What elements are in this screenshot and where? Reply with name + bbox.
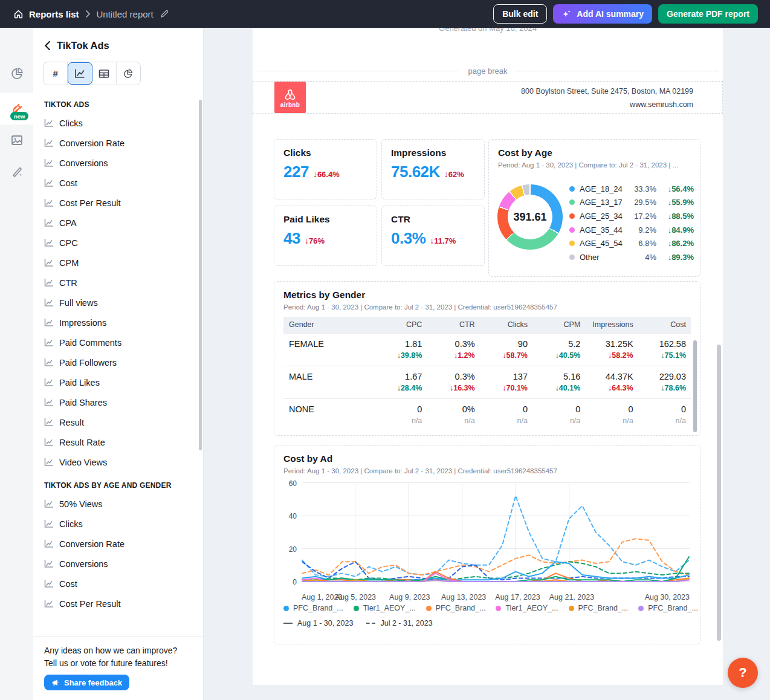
age-legend-pct: 33.3%: [627, 184, 656, 193]
sidebar-item-cost[interactable]: Cost: [44, 574, 193, 594]
line-chart-icon: [44, 398, 54, 407]
sidebar-item-conversions[interactable]: Conversions: [44, 153, 193, 173]
share-feedback-button[interactable]: Share feedback: [44, 675, 129, 690]
magic-wand-icon: [10, 164, 24, 179]
brand-header-widget[interactable]: airbnb 800 Boylston Street, Suite 2475, …: [253, 81, 723, 114]
column-header: CTR: [427, 317, 479, 333]
airbnb-belo-icon: [282, 87, 298, 103]
sidebar-item-cpc[interactable]: CPC: [44, 233, 193, 253]
period-legend-label: Jul 2 - 31, 2023: [380, 619, 432, 627]
sidebar-item-50-views[interactable]: 50% Views: [44, 494, 193, 514]
line-chart-icon: [44, 158, 54, 167]
age-legend-label: Other: [580, 253, 627, 262]
page-break: page break: [257, 66, 718, 76]
breadcrumb: Reports list Untitled report: [13, 9, 169, 19]
metric-value: 227: [283, 163, 309, 181]
reports-list-link[interactable]: Reports list: [13, 9, 79, 19]
widget-type-number[interactable]: #: [44, 62, 68, 85]
feedback-line1: Any ideas on how we can improve?: [44, 644, 193, 656]
pie-chart-icon: [123, 68, 134, 79]
sidebar-item-video-views[interactable]: Video Views: [44, 452, 193, 472]
down-arrow-icon: ↓: [502, 351, 506, 360]
sidebar-item-full-views[interactable]: Full views: [44, 293, 193, 313]
x-axis-label: Aug 21, 2023: [549, 593, 594, 601]
topbar-actions: Bulk edit Add AI summary Generate PDF re…: [493, 4, 758, 24]
metric-card-clicks[interactable]: Clicks 227 ↓66.4%: [274, 139, 377, 199]
sidebar-scrollbar[interactable]: [199, 100, 202, 450]
sidebar-item-label: Conversions: [59, 559, 108, 569]
page-scrollbar[interactable]: [717, 345, 721, 641]
column-header: Gender: [283, 317, 374, 333]
sidebar-item-label: Paid Comments: [59, 338, 121, 348]
metric-card-paid-likes[interactable]: Paid Likes 43 ↓76%: [274, 206, 377, 266]
metric-card-impressions[interactable]: Impressions 75.62K ↓62%: [381, 139, 485, 199]
airbnb-logo: airbnb: [274, 82, 306, 113]
metric-delta: ↓11.7%: [430, 236, 456, 245]
rail-item-widgets[interactable]: [0, 58, 33, 89]
table-scrollbar[interactable]: [693, 340, 697, 432]
sidebar-item-label: CTR: [59, 278, 77, 288]
table-icon: [99, 69, 109, 79]
cell-delta: ↓75.1%: [638, 351, 686, 360]
metric-value: 43: [283, 229, 300, 248]
legend-dot-icon: [354, 606, 359, 611]
sidebar-item-label: Paid Likes: [59, 378, 100, 387]
sidebar-item-cost-per-result[interactable]: Cost Per Result: [44, 193, 193, 213]
series-legend-label: PFC_Brand_...: [648, 604, 698, 612]
legend-dot-icon: [283, 606, 289, 611]
bulk-edit-button[interactable]: Bulk edit: [493, 4, 547, 24]
rail-item-images[interactable]: [0, 125, 33, 156]
metric-cell: 137↓70.1%: [480, 366, 532, 398]
sidebar-item-result-rate[interactable]: Result Rate: [44, 432, 193, 452]
sidebar-item-conversions[interactable]: Conversions: [44, 554, 193, 574]
sidebar-item-cost-per-result[interactable]: Cost Per Result: [44, 594, 193, 614]
metrics-by-gender-widget[interactable]: Metrics by Gender Period: Aug 1 - 30, 20…: [274, 281, 700, 436]
cell-delta: n/a: [532, 416, 580, 425]
image-icon: [10, 133, 24, 147]
gender-table: GenderCPCCTRClicksCPMImpressionsCostFEMA…: [283, 317, 691, 431]
widget-type-table[interactable]: [92, 62, 117, 85]
line-chart-icon: [44, 178, 54, 187]
feedback-panel: Any ideas on how we can improve? Tell us…: [33, 636, 203, 700]
generate-pdf-button[interactable]: Generate PDF report: [658, 4, 758, 24]
legend-dot-icon: [638, 606, 644, 611]
sidebar-item-cost[interactable]: Cost: [44, 173, 193, 193]
metric-cell: 1.67↓28.4%: [374, 366, 427, 398]
metric-cell: 0.3%↓1.2%: [427, 333, 479, 366]
cell-value: 137: [480, 372, 528, 381]
sidebar-item-paid-likes[interactable]: Paid Likes: [44, 372, 193, 392]
cell-delta: n/a: [585, 416, 633, 425]
back-chevron-icon[interactable]: [44, 41, 51, 50]
add-ai-summary-button[interactable]: Add AI summary: [553, 4, 652, 24]
widget-type-line-chart[interactable]: [68, 62, 92, 85]
cost-by-ad-widget[interactable]: Cost by Ad Period: Aug 1 - 30, 2023 | Co…: [274, 445, 700, 644]
sidebar-item-ctr[interactable]: CTR: [44, 273, 193, 293]
sidebar-item-clicks[interactable]: Clicks: [44, 514, 193, 534]
metric-value: 75.62K: [391, 163, 440, 181]
sidebar-item-paid-followers[interactable]: Paid Followers: [44, 352, 193, 372]
age-legend-row: AGE_35_449.2%↓84.9%: [569, 223, 694, 237]
sidebar-item-impressions[interactable]: Impressions: [44, 313, 193, 332]
sidebar-item-label: Result: [59, 418, 84, 427]
widget-type-pie[interactable]: [117, 62, 140, 85]
sidebar-item-conversion-rate[interactable]: Conversion Rate: [44, 534, 193, 554]
cell-delta: ↓64.3%: [585, 384, 633, 392]
rail-item-integrations[interactable]: new: [0, 93, 33, 125]
sidebar-item-conversion-rate[interactable]: Conversion Rate: [44, 133, 193, 153]
rail-item-design[interactable]: [0, 156, 33, 187]
age-legend-pct: 4%: [627, 253, 656, 262]
cost-by-age-widget[interactable]: Cost by Age Period: Aug 1 - 30, 2023 | C…: [488, 139, 700, 277]
edit-pencil-icon[interactable]: [160, 9, 169, 19]
legend-dot-icon: [569, 241, 575, 246]
sidebar-item-result[interactable]: Result: [44, 412, 193, 432]
help-button[interactable]: ?: [728, 658, 758, 688]
metric-card-ctr[interactable]: CTR 0.3% ↓11.7%: [381, 206, 485, 266]
sidebar-item-cpm[interactable]: CPM: [44, 253, 193, 273]
donut-center-value: 391.61: [513, 211, 546, 224]
sidebar-item-paid-comments[interactable]: Paid Comments: [44, 332, 193, 352]
down-arrow-icon: ↓: [668, 184, 672, 193]
sidebar-item-clicks[interactable]: Clicks: [44, 113, 193, 133]
sidebar-item-paid-shares[interactable]: Paid Shares: [44, 392, 193, 412]
sidebar-item-cpa[interactable]: CPA: [44, 213, 193, 233]
period-legend-label: Aug 1 - 30, 2023: [297, 619, 353, 627]
